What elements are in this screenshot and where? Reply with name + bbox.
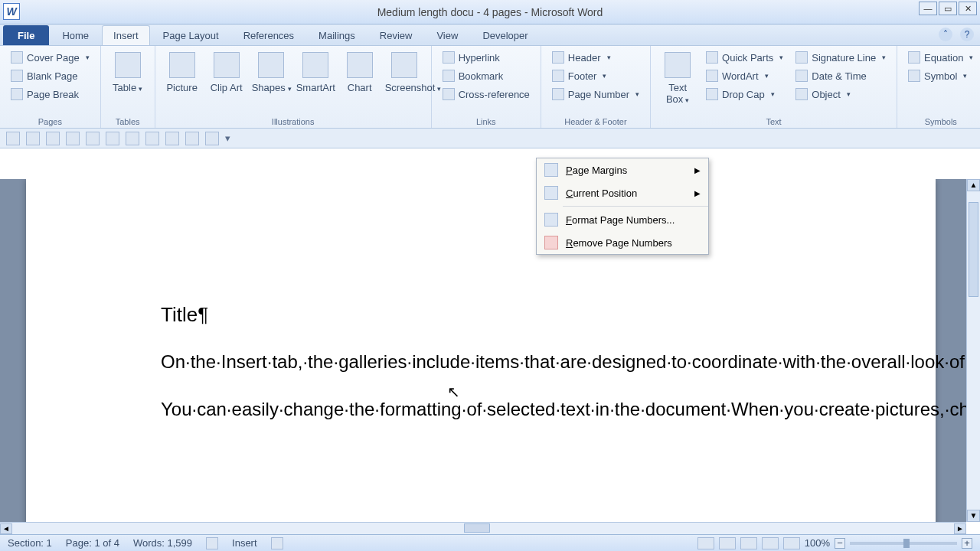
wordart-button[interactable]: WordArt▾ [701,67,788,84]
header-button[interactable]: Header▾ [547,49,644,66]
group-illustrations: Picture Clip Art Shapes▾ SmartArt Chart … [155,46,432,128]
shapes-button[interactable]: Shapes▾ [250,49,292,96]
quickparts-button[interactable]: Quick Parts▾ [701,49,788,66]
proofing-icon[interactable] [206,537,218,549]
signature-line-button[interactable]: Signature Line▾ [791,49,890,66]
zoom-level[interactable]: 100% [805,537,830,549]
page[interactable]: Title¶ On·the·Insert·tab,·the·galleries·… [26,179,936,522]
quickparts-icon [706,51,718,64]
paragraph-2[interactable]: You·can·easily·change·the·formatting·of·… [161,396,801,422]
scroll-left-button[interactable]: ◄ [0,523,12,534]
crossref-icon [443,88,455,100]
tab-references[interactable]: References [232,25,305,45]
wordart-icon [706,70,718,82]
maximize-button[interactable]: ▭ [939,2,957,15]
group-label-links: Links [438,116,534,126]
qat-new-icon[interactable] [6,132,20,145]
smartart-button[interactable]: SmartArt [295,49,336,96]
format-page-numbers-icon [544,213,558,227]
horizontal-scrollbar[interactable]: ◄ ► [0,522,966,534]
tab-view[interactable]: View [425,25,469,45]
document-title-line[interactable]: Title¶ [161,302,801,328]
tab-pagelayout[interactable]: Page Layout [152,25,230,45]
page-number-button[interactable]: Page Number▾ [547,86,644,103]
blank-page-button[interactable]: Blank Page [6,67,94,84]
group-links: Hyperlink Bookmark Cross-reference Links [432,46,541,128]
cover-page-icon [11,51,23,64]
equation-button[interactable]: Equation▾ [903,49,978,66]
clipart-button[interactable]: Clip Art [206,49,247,96]
qat-delete-icon[interactable] [205,132,219,145]
menu-format-page-numbers[interactable]: Format Page Numbers... [537,208,708,231]
view-draft-button[interactable] [783,537,800,549]
document-area[interactable]: Title¶ On·the·Insert·tab,·the·galleries·… [0,179,966,522]
qat-save-icon[interactable] [26,132,40,145]
qat-redo-icon[interactable] [86,132,100,145]
vertical-scrollbar[interactable]: ▲ ▼ [966,179,980,522]
menu-page-margins[interactable]: Page Margins ▶ [537,158,708,181]
qat-spelling-icon[interactable] [126,132,139,145]
tab-mailings[interactable]: Mailings [307,25,367,45]
screenshot-button[interactable]: Screenshot▾ [384,49,425,96]
smartart-icon [302,52,328,78]
group-symbols: Equation▾ Symbol▾ Symbols [897,46,980,128]
menu-remove-page-numbers[interactable]: Remove Page Numbers [537,231,708,254]
status-page[interactable]: Page: 1 of 4 [66,537,119,549]
scroll-up-button[interactable]: ▲ [967,179,980,191]
page-number-menu: Page Margins ▶ Current Position ▶ Format… [536,158,709,255]
date-time-button[interactable]: Date & Time [791,67,890,84]
collapse-ribbon-button[interactable]: ˄ [939,28,952,41]
submenu-arrow-icon: ▶ [694,189,701,197]
scroll-down-button[interactable]: ▼ [967,510,980,522]
qat-paste-icon[interactable] [185,132,199,145]
footer-icon [552,70,564,82]
zoom-slider[interactable] [850,542,957,545]
paragraph-1[interactable]: On·the·Insert·tab,·the·galleries·include… [161,349,801,375]
qat-open-icon[interactable] [46,132,60,145]
symbol-icon [908,70,920,82]
scroll-right-button[interactable]: ► [954,523,966,534]
hscroll-thumb[interactable] [464,523,490,533]
chart-button[interactable]: Chart [339,49,381,96]
status-mode[interactable]: Insert [232,537,257,549]
tab-home[interactable]: Home [51,25,100,45]
zoom-in-button[interactable]: + [962,538,972,549]
group-pages: Cover Page▾ Blank Page Page Break Pages [0,46,101,128]
vscroll-thumb[interactable] [969,202,978,297]
status-section[interactable]: Section: 1 [8,537,52,549]
symbol-button[interactable]: Symbol▾ [903,67,978,84]
status-words[interactable]: Words: 1,599 [133,537,192,549]
tab-file[interactable]: File [3,25,49,45]
qat-copy-icon[interactable] [165,132,179,145]
qat-folder-icon[interactable] [145,132,159,145]
menu-label: urrent Position [573,187,637,199]
page-break-button[interactable]: Page Break [6,86,94,103]
menu-label: ormat Page Numbers... [572,214,675,226]
table-button[interactable]: Table▾ [107,49,149,96]
cover-page-button[interactable]: Cover Page▾ [6,49,94,66]
macro-icon[interactable] [271,537,283,549]
menu-current-position[interactable]: Current Position ▶ [537,181,708,204]
picture-button[interactable]: Picture [162,49,203,96]
hyperlink-button[interactable]: Hyperlink [438,49,534,66]
tab-insert[interactable]: Insert [102,25,150,45]
close-button[interactable]: ✕ [959,2,977,15]
group-headerfooter: Header▾ Footer▾ Page Number▾ Header & Fo… [541,46,651,128]
dropcap-button[interactable]: Drop Cap▾ [701,86,788,103]
help-button[interactable]: ? [960,28,974,41]
bookmark-button[interactable]: Bookmark [438,67,534,84]
textbox-button[interactable]: Text Box▾ [657,49,698,108]
view-outline-button[interactable] [762,537,779,549]
zoom-out-button[interactable]: − [835,538,845,549]
tab-developer[interactable]: Developer [471,25,539,45]
tab-review[interactable]: Review [368,25,424,45]
qat-undo-icon[interactable] [66,132,80,145]
minimize-button[interactable]: — [919,2,937,15]
qat-print-icon[interactable] [106,132,119,145]
crossref-button[interactable]: Cross-reference [438,86,534,103]
footer-button[interactable]: Footer▾ [547,67,644,84]
view-web-button[interactable] [740,537,757,549]
object-button[interactable]: Object▾ [791,86,890,103]
view-print-layout-button[interactable] [697,537,714,549]
view-fullscreen-button[interactable] [719,537,736,549]
